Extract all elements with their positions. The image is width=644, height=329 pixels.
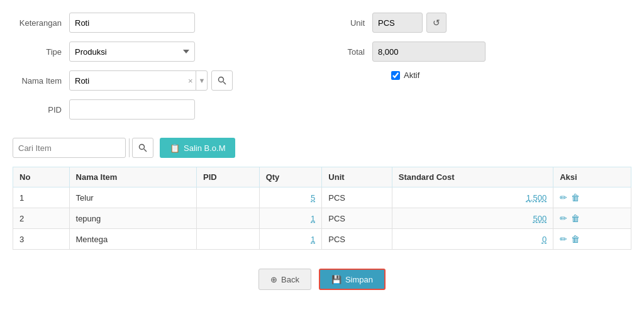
cell-pid	[197, 187, 260, 208]
aktif-checkbox[interactable]	[391, 71, 400, 80]
unit-row: Unit ↺	[335, 13, 631, 33]
tipe-select[interactable]: Produksi Bahan	[69, 42, 195, 62]
aktif-wrapper: Aktif	[391, 70, 419, 80]
total-input	[372, 42, 486, 62]
svg-line-3	[144, 149, 147, 152]
toolbar: ▼ 📋 Salin B.o.M	[13, 138, 631, 158]
pid-label: PID	[13, 105, 69, 114]
pid-input[interactable]	[69, 99, 195, 120]
cell-unit: PCS	[322, 187, 392, 208]
th-nama-item: Nama Item	[69, 167, 197, 187]
unit-input[interactable]	[372, 13, 423, 33]
cell-unit: PCS	[322, 229, 392, 250]
nama-item-row: Nama Item × ▼	[13, 70, 309, 91]
th-pid: PID	[197, 167, 260, 187]
cell-aksi: ✏ 🗑	[553, 208, 631, 229]
nama-item-dropdown-icon[interactable]: ▼	[196, 71, 208, 90]
cari-item-wrapper: ▼	[13, 138, 126, 158]
th-standard-cost: Standard Cost	[392, 167, 553, 187]
back-icon: ⊕	[270, 275, 277, 284]
form-right: Unit ↺ Total Aktif	[335, 13, 631, 128]
edit-button[interactable]: ✏	[560, 213, 567, 223]
cari-item-input[interactable]	[13, 140, 129, 156]
cell-nama-item: Telur	[69, 187, 197, 208]
cell-aksi: ✏ 🗑	[553, 229, 631, 250]
unit-refresh-button[interactable]: ↺	[426, 13, 447, 33]
aktif-row: Aktif	[335, 70, 631, 80]
svg-point-0	[219, 77, 224, 82]
delete-button[interactable]: 🗑	[571, 234, 580, 244]
nama-item-label: Nama Item	[13, 76, 69, 86]
qty-link[interactable]: 5	[311, 193, 315, 203]
delete-button[interactable]: 🗑	[571, 213, 580, 223]
tipe-label: Tipe	[13, 47, 69, 57]
back-button[interactable]: ⊕ Back	[258, 269, 311, 290]
cell-aksi: ✏ 🗑	[553, 187, 631, 208]
keterangan-label: Keterangan	[13, 18, 69, 28]
keterangan-input[interactable]	[69, 13, 195, 33]
form-left: Keterangan Tipe Produksi Bahan Nama Item…	[13, 13, 309, 128]
total-label: Total	[335, 47, 372, 57]
th-unit: Unit	[322, 167, 392, 187]
action-buttons: ✏ 🗑	[560, 213, 625, 223]
svg-line-1	[223, 82, 226, 84]
nama-item-wrapper: × ▼	[69, 70, 208, 91]
keterangan-row: Keterangan	[13, 13, 309, 33]
search-icon	[218, 76, 226, 85]
cari-button[interactable]	[132, 138, 153, 158]
cell-standard-cost: 500	[392, 208, 553, 229]
cell-qty: 1	[259, 208, 322, 229]
save-icon: 💾	[331, 275, 341, 284]
cell-pid	[197, 208, 260, 229]
nama-item-input[interactable]	[70, 73, 186, 89]
cell-nama-item: tepung	[69, 208, 197, 229]
th-aksi: Aksi	[553, 167, 631, 187]
nama-item-clear-icon[interactable]: ×	[186, 76, 196, 86]
cell-no: 2	[13, 208, 70, 229]
table-row: 1 Telur 5 PCS 1,500 ✏ 🗑	[13, 187, 631, 208]
cell-unit: PCS	[322, 208, 392, 229]
cell-pid	[197, 229, 260, 250]
th-qty: Qty	[259, 167, 322, 187]
pid-row: PID	[13, 99, 309, 120]
th-no: No	[13, 167, 70, 187]
cell-no: 1	[13, 187, 70, 208]
cost-link[interactable]: 1,500	[526, 193, 547, 203]
cell-no: 3	[13, 229, 70, 250]
cost-link[interactable]: 0	[542, 235, 547, 244]
delete-button[interactable]: 🗑	[571, 192, 580, 203]
cell-standard-cost: 1,500	[392, 187, 553, 208]
action-buttons: ✏ 🗑	[560, 192, 625, 203]
edit-button[interactable]: ✏	[560, 192, 567, 203]
qty-link[interactable]: 1	[311, 214, 315, 223]
salin-bom-button[interactable]: 📋 Salin B.o.M	[160, 138, 235, 158]
refresh-icon: ↺	[433, 18, 440, 28]
table-header-row: No Nama Item PID Qty Unit Standard Cost …	[13, 167, 631, 187]
unit-label: Unit	[335, 18, 372, 28]
unit-wrapper: ↺	[372, 13, 447, 33]
action-buttons: ✏ 🗑	[560, 234, 625, 244]
cost-link[interactable]: 500	[533, 214, 547, 223]
cell-standard-cost: 0	[392, 229, 553, 250]
total-row: Total	[335, 42, 631, 62]
simpan-button[interactable]: 💾 Simpan	[319, 269, 386, 290]
qty-link[interactable]: 1	[311, 235, 315, 244]
aktif-label: Aktif	[404, 70, 419, 80]
table-row: 2 tepung 1 PCS 500 ✏ 🗑	[13, 208, 631, 229]
edit-button[interactable]: ✏	[560, 234, 567, 244]
cell-qty: 5	[259, 187, 322, 208]
footer-buttons: ⊕ Back 💾 Simpan	[13, 269, 631, 290]
tipe-row: Tipe Produksi Bahan	[13, 42, 309, 62]
form-section: Keterangan Tipe Produksi Bahan Nama Item…	[13, 13, 631, 128]
svg-point-2	[140, 145, 145, 150]
copy-icon: 📋	[170, 143, 180, 153]
search-icon	[138, 143, 147, 152]
page-container: Keterangan Tipe Produksi Bahan Nama Item…	[0, 0, 644, 329]
nama-item-search-button[interactable]	[211, 70, 233, 91]
bom-table: No Nama Item PID Qty Unit Standard Cost …	[13, 167, 631, 250]
cell-nama-item: Mentega	[69, 229, 197, 250]
cell-qty: 1	[259, 229, 322, 250]
table-row: 3 Mentega 1 PCS 0 ✏ 🗑	[13, 229, 631, 250]
